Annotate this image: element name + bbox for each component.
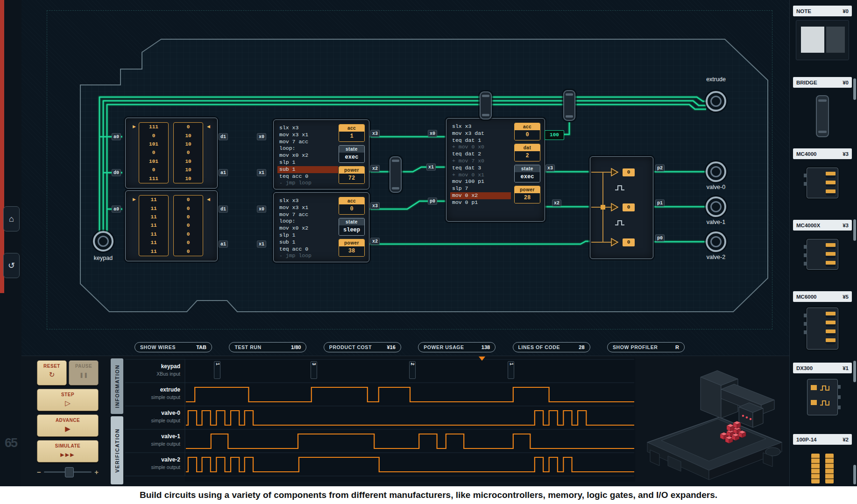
code-line[interactable]: loop: [277, 218, 338, 225]
code-editor[interactable]: slx x3mov x3 x1mov 7 accloop:mov x0 x2sl… [279, 197, 336, 259]
code-line[interactable]: - jmp loop [277, 180, 338, 187]
code-line[interactable]: teq dat 3 [450, 165, 511, 172]
memory-cell[interactable]: 0 [174, 123, 203, 131]
port-valve-0[interactable] [706, 161, 726, 182]
tray-scroll-handle[interactable] [853, 465, 856, 484]
code-line[interactable]: slx x3 [277, 125, 338, 132]
port-valve-2[interactable] [706, 231, 726, 252]
memory-cell[interactable]: 10 [174, 131, 203, 140]
slider-track[interactable] [44, 471, 92, 473]
code-line[interactable]: teq dat 1 [450, 137, 511, 144]
bridge-component[interactable] [563, 90, 575, 121]
memory-cell[interactable]: 0 [174, 221, 203, 230]
code-line[interactable]: mov 7 acc [277, 211, 338, 218]
memory-cell[interactable]: 0 [174, 196, 203, 204]
memory-cell[interactable]: 101 [139, 140, 168, 148]
part-mc6000-label[interactable]: MC6000¥5 [793, 291, 852, 302]
code-line[interactable]: mov 0 p1 [450, 199, 511, 206]
code-line[interactable]: teq dat 2 [450, 151, 511, 158]
code-line[interactable]: slp 7 [450, 185, 511, 192]
tray-scroll-handle[interactable] [853, 361, 856, 382]
code-line[interactable]: + mov 0 x0 [450, 144, 511, 151]
code-line[interactable]: mov 100 p1 [450, 178, 511, 185]
simulate-button[interactable]: SIMULATE ▶▶▶ [37, 440, 99, 462]
code-line[interactable]: teq acc 0 [277, 246, 338, 253]
memory-cell[interactable]: 0 [174, 238, 203, 247]
part-100p14-thumbnail[interactable] [793, 448, 852, 489]
code-line[interactable]: teq acc 0 [277, 173, 338, 180]
code-line[interactable]: slp 1 [277, 232, 338, 239]
code-editor[interactable]: slx x3mov x3 datteq dat 1+ mov 0 x0teq d… [452, 123, 509, 206]
memory-cell[interactable]: 10 [174, 174, 203, 182]
mc6000-chip[interactable]: slx x3mov x3 datteq dat 1+ mov 0 x0teq d… [446, 118, 545, 222]
code-line[interactable]: + mov 0 x1 [450, 172, 511, 179]
port-extrude[interactable] [706, 91, 726, 112]
bridge-component[interactable] [390, 156, 402, 193]
rom-chip-top[interactable]: ▶ 111010101010111 010100101010 ◀ [125, 118, 218, 189]
memory-cell[interactable]: 11 [139, 213, 168, 221]
port-keypad[interactable] [93, 231, 113, 252]
reset-button[interactable]: RESET ↻ [37, 360, 67, 385]
code-line[interactable]: mov x0 x2 [277, 225, 338, 232]
bridge-component[interactable] [480, 91, 492, 119]
code-line[interactable]: mov x3 x1 [277, 204, 338, 211]
memory-cell[interactable]: 111 [139, 174, 168, 182]
memory-cell[interactable]: 0 [174, 247, 203, 255]
code-line[interactable]: mov x3 dat [450, 130, 511, 137]
code-line[interactable]: sub 1 [277, 166, 338, 173]
part-mc4000x-thumbnail[interactable] [793, 234, 852, 275]
status-pill-show-profiler[interactable]: SHOW PROFILERR [607, 342, 685, 352]
code-line[interactable]: - jmp loop [277, 252, 338, 259]
part-dx300-label[interactable]: DX300¥1 [793, 363, 852, 373]
part-mc4000x-label[interactable]: MC4000X¥3 [793, 220, 852, 231]
code-line[interactable]: sub 1 [277, 239, 338, 246]
undo-button[interactable]: ↺ [3, 253, 20, 278]
tab-verification[interactable]: VERIFICATION [111, 416, 123, 484]
memory-cell[interactable]: 11 [139, 247, 168, 255]
code-line[interactable]: slx x3 [277, 197, 338, 204]
memory-cell[interactable]: 0 [174, 213, 203, 221]
tray-scroll-handle[interactable] [853, 78, 856, 100]
mc4000-chip-bottom[interactable]: slx x3mov x3 x1mov 7 accloop:mov x0 x2sl… [273, 192, 369, 262]
memory-cell[interactable]: 0 [174, 204, 203, 212]
tab-information[interactable]: INFORMATION [111, 358, 123, 414]
part-dx300-thumbnail[interactable] [793, 377, 852, 418]
part-bridge-label[interactable]: BRIDGE¥0 [793, 77, 852, 88]
code-editor[interactable]: slx x3mov x3 x1mov 7 accloop:mov x0 x2sl… [279, 125, 336, 187]
memory-cell[interactable]: 10 [174, 157, 203, 166]
rom-chip-bottom[interactable]: ▶ 11111111111111 0000000 ◀ [125, 190, 218, 261]
memory-cell[interactable]: 11 [139, 221, 168, 230]
dx300-chip[interactable]: 0 0 0 [590, 156, 653, 259]
memory-cell[interactable]: 11 [139, 238, 168, 247]
slider-plus-button[interactable]: + [94, 468, 99, 476]
memory-cell[interactable]: 101 [139, 157, 168, 166]
tray-scroll-handle[interactable] [853, 219, 856, 241]
memory-cell[interactable]: 0 [174, 230, 203, 238]
slider-minus-button[interactable]: − [37, 468, 41, 476]
timeline-cursor-icon[interactable] [479, 357, 485, 361]
memory-cell[interactable]: 0 [139, 166, 168, 174]
code-line[interactable]: mov 7 acc [277, 139, 338, 146]
code-line[interactable]: slp 1 [277, 159, 338, 166]
memory-cell[interactable]: 11 [139, 230, 168, 238]
memory-cell[interactable]: 0 [139, 131, 168, 140]
advance-button[interactable]: ADVANCE ▶ [37, 414, 99, 437]
status-pill-show-wires[interactable]: SHOW WIRESTAB [135, 342, 212, 352]
memory-cell[interactable]: 11 [139, 196, 168, 204]
part-bridge-thumbnail[interactable] [793, 91, 852, 141]
step-button[interactable]: STEP ▷ [37, 389, 99, 411]
code-line[interactable]: + mov 7 x0 [450, 158, 511, 165]
memory-cell[interactable]: 0 [174, 148, 203, 157]
part-mc4000-label[interactable]: MC4000¥3 [793, 148, 852, 159]
part-mc4000-thumbnail[interactable] [793, 162, 852, 203]
mc4000-chip-top[interactable]: slx x3mov x3 x1mov 7 accloop:mov x0 x2sl… [273, 119, 369, 189]
part-100p14-label[interactable]: 100P-14¥2 [793, 434, 852, 445]
code-line[interactable]: loop: [277, 145, 338, 152]
port-valve-1[interactable] [706, 196, 726, 217]
code-line[interactable]: mov x3 x1 [277, 132, 338, 139]
code-line[interactable]: mov x0 x2 [277, 152, 338, 159]
slider-handle[interactable] [65, 467, 74, 477]
code-line[interactable]: slx x3 [450, 123, 511, 130]
memory-cell[interactable]: 11 [139, 204, 168, 212]
memory-cell[interactable]: 0 [139, 148, 168, 157]
